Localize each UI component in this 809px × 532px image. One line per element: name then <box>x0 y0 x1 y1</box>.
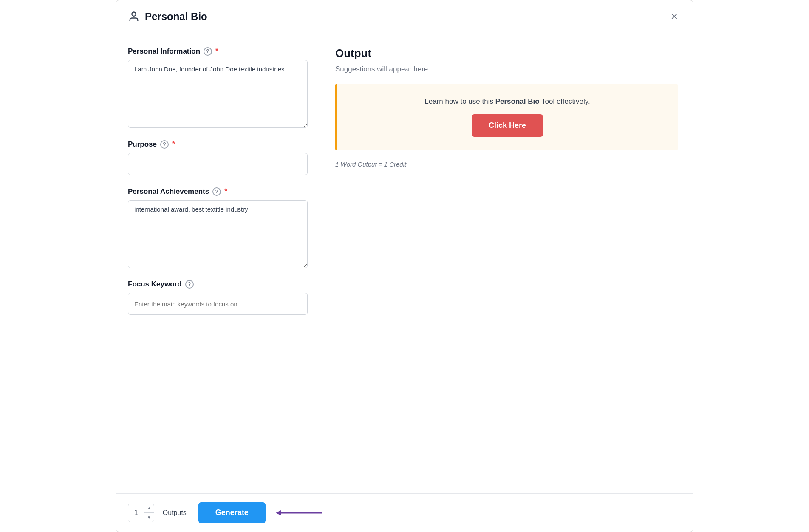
stepper-down-button[interactable]: ▼ <box>144 513 154 522</box>
modal-body: Personal Information ? * I am John Doe, … <box>116 33 693 493</box>
outputs-value: 1 <box>128 509 144 517</box>
arrow-icon <box>276 507 327 519</box>
suggestions-text: Suggestions will appear here. <box>335 65 678 74</box>
purpose-group: Purpose ? * upload on a personal website <box>128 140 308 175</box>
purpose-help-icon[interactable]: ? <box>160 140 169 149</box>
personal-info-group: Personal Information ? * I am John Doe, … <box>128 47 308 128</box>
personal-info-help-icon[interactable]: ? <box>204 47 212 56</box>
achievements-required: * <box>224 187 227 196</box>
left-panel: Personal Information ? * I am John Doe, … <box>116 33 320 493</box>
click-here-button[interactable]: Click Here <box>472 114 543 137</box>
modal-footer: 1 ▲ ▼ Outputs Generate <box>116 493 693 532</box>
personal-info-required: * <box>215 47 218 56</box>
achievements-label-text: Personal Achievements <box>128 187 209 196</box>
person-icon <box>128 11 140 23</box>
outputs-label: Outputs <box>163 509 187 517</box>
focus-keyword-input[interactable] <box>128 293 308 315</box>
purpose-required: * <box>172 140 175 149</box>
achievements-textarea[interactable]: international award, best textitle indus… <box>128 200 308 268</box>
info-text-part1: Learn how to use this <box>424 97 495 105</box>
personal-info-label: Personal Information ? * <box>128 47 308 56</box>
arrow-indicator <box>276 507 327 519</box>
info-box-text: Learn how to use this Personal Bio Tool … <box>424 97 590 106</box>
focus-keyword-help-icon[interactable]: ? <box>185 280 194 289</box>
personal-info-textarea[interactable]: I am John Doe, founder of John Doe texti… <box>128 60 308 128</box>
stepper-arrows: ▲ ▼ <box>144 504 154 522</box>
focus-keyword-label-text: Focus Keyword <box>128 280 182 289</box>
close-button[interactable]: × <box>668 9 681 24</box>
outputs-stepper: 1 ▲ ▼ <box>128 504 154 522</box>
purpose-label-text: Purpose <box>128 140 157 149</box>
svg-point-0 <box>132 12 136 16</box>
info-text-bold: Personal Bio <box>495 97 540 105</box>
purpose-input[interactable]: upload on a personal website <box>128 153 308 175</box>
modal-title: Personal Bio <box>145 11 207 23</box>
focus-keyword-label: Focus Keyword ? <box>128 280 308 289</box>
svg-marker-2 <box>276 510 281 515</box>
modal-container: Personal Bio × Personal Information ? * … <box>116 0 693 532</box>
stepper-up-button[interactable]: ▲ <box>144 504 154 513</box>
info-text-part2: Tool effectively. <box>540 97 590 105</box>
focus-keyword-group: Focus Keyword ? <box>128 280 308 315</box>
right-panel: Output Suggestions will appear here. Lea… <box>320 33 693 493</box>
title-area: Personal Bio <box>128 11 207 23</box>
achievements-help-icon[interactable]: ? <box>212 187 221 196</box>
achievements-group: Personal Achievements ? * international … <box>128 187 308 268</box>
generate-button[interactable]: Generate <box>198 502 266 523</box>
modal-header: Personal Bio × <box>116 0 693 33</box>
output-title: Output <box>335 47 678 60</box>
achievements-label: Personal Achievements ? * <box>128 187 308 196</box>
credit-text: 1 Word Output = 1 Credit <box>335 161 678 168</box>
purpose-label: Purpose ? * <box>128 140 308 149</box>
personal-info-label-text: Personal Information <box>128 47 200 56</box>
info-box: Learn how to use this Personal Bio Tool … <box>335 84 678 150</box>
